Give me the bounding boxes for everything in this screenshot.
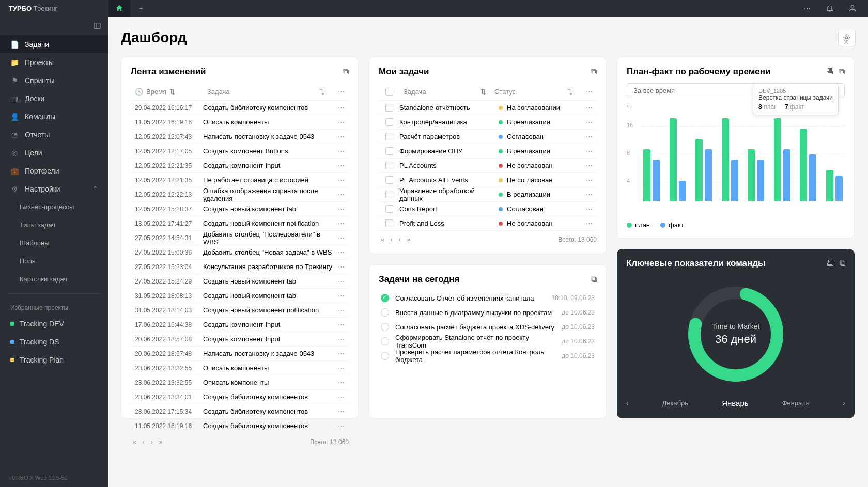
table-row[interactable]: 31.05.2022 18:14:03Создать новый компоне… (131, 303, 349, 318)
bar-group[interactable] (670, 118, 687, 202)
open-icon[interactable]: ⧉ (839, 67, 845, 76)
today-item[interactable]: Согласовать Отчёт об изменениях капитала… (379, 291, 597, 305)
row-menu-icon[interactable]: ⋯ (333, 422, 349, 430)
row-checkbox[interactable] (385, 104, 393, 112)
home-tab[interactable] (109, 0, 130, 17)
print-icon[interactable]: 🖶 (826, 259, 834, 268)
row-checkbox[interactable] (385, 147, 393, 155)
table-row[interactable]: 27.05.2022 15:24:29Создать новый компоне… (131, 274, 349, 289)
table-row[interactable]: 23.06.2022 13:32:55Описать компоненты⋯ (131, 375, 349, 390)
row-menu-icon[interactable]: ⋯ (581, 176, 597, 184)
sort-icon[interactable]: ⇅ (481, 88, 486, 96)
row-menu-icon[interactable]: ⋯ (333, 335, 349, 343)
table-row[interactable]: 27.05.2022 15:00:36Добавить столбец "Нов… (131, 245, 349, 260)
row-menu-icon[interactable]: ⋯ (333, 219, 349, 227)
row-menu-icon[interactable]: ⋯ (581, 191, 597, 198)
add-tab[interactable]: + (130, 0, 152, 17)
pager-prev[interactable]: ‹ (141, 437, 147, 447)
table-row[interactable]: 20.06.2022 18:57:48Написать постановку к… (131, 347, 349, 361)
bar-group[interactable] (826, 170, 843, 201)
table-row[interactable]: 12.05.2022 12:17:05Создать компонент But… (131, 144, 349, 159)
sidebar-subitem[interactable]: Бизнес-процессы (0, 198, 109, 216)
row-menu-icon[interactable]: ⋯ (333, 292, 349, 300)
pager-last[interactable]: » (405, 235, 413, 244)
sidebar-item-target[interactable]: ◎Цели (0, 144, 109, 162)
row-menu-icon[interactable]: ⋯ (581, 219, 597, 227)
row-menu-icon[interactable]: ⋯ (333, 133, 349, 140)
today-item[interactable]: Внести данные в диаграмму выручки по про… (379, 305, 597, 320)
task-radio[interactable] (381, 294, 389, 302)
today-item[interactable]: Согласовать расчёт бюджета проекта XDS-d… (379, 320, 597, 334)
bar-group[interactable] (643, 149, 660, 201)
table-row[interactable]: 31.05.2022 18:08:13Создать новый компоне… (131, 289, 349, 303)
row-menu-icon[interactable]: ⋯ (333, 176, 349, 184)
sort-icon[interactable]: ⇅ (567, 88, 573, 96)
row-menu-icon[interactable]: ⋯ (581, 162, 597, 169)
task-radio[interactable] (381, 323, 389, 331)
row-checkbox[interactable] (385, 162, 393, 169)
table-row[interactable]: Формирование ОПУВ реализации⋯ (379, 144, 597, 159)
bar-group[interactable] (695, 139, 712, 201)
pager-last[interactable]: » (157, 437, 165, 447)
row-menu-icon[interactable]: ⋯ (333, 321, 349, 328)
table-row[interactable]: 12.05.2022 12:22:13Ошибка отображения сп… (131, 187, 349, 202)
sidebar-subitem[interactable]: Поля (0, 252, 109, 270)
sidebar-item-tasks[interactable]: 📄Задачи (0, 35, 109, 53)
sidebar-item-user[interactable]: 👤Команды (0, 107, 109, 125)
open-icon[interactable]: ⧉ (591, 67, 597, 76)
row-checkbox[interactable] (385, 205, 393, 213)
sidebar-toggle-icon[interactable] (0, 17, 109, 35)
row-menu-icon[interactable]: ⋯ (333, 118, 349, 126)
col-menu-icon[interactable]: ⋯ (581, 88, 597, 96)
col-time-header[interactable]: Время (146, 88, 166, 96)
row-menu-icon[interactable]: ⋯ (333, 162, 349, 169)
sidebar-item-flag[interactable]: ⚑Спринты (0, 71, 109, 89)
more-icon[interactable]: ⋯ (798, 0, 816, 17)
table-row[interactable]: Profit and LossНе согласован⋯ (379, 216, 597, 231)
table-row[interactable]: 20.06.2022 18:57:08Создать компонент Inp… (131, 332, 349, 347)
sidebar-subitem[interactable]: Типы задач (0, 216, 109, 234)
row-menu-icon[interactable]: ⋯ (333, 393, 349, 401)
favorite-project[interactable]: Tracking Plan (0, 351, 109, 369)
table-row[interactable]: 12.05.2022 12:21:35Не работает страница … (131, 173, 349, 187)
row-checkbox[interactable] (385, 133, 393, 140)
row-menu-icon[interactable]: ⋯ (333, 147, 349, 155)
row-menu-icon[interactable]: ⋯ (333, 234, 349, 242)
row-menu-icon[interactable]: ⋯ (333, 407, 349, 415)
row-menu-icon[interactable]: ⋯ (333, 379, 349, 386)
pager-next[interactable]: › (397, 235, 403, 244)
row-menu-icon[interactable]: ⋯ (581, 147, 597, 155)
bar-group[interactable] (774, 118, 791, 202)
today-item[interactable]: Сформировать Stanalone отчёт по проекту … (379, 334, 597, 349)
col-task-header[interactable]: Задача (404, 88, 426, 96)
row-menu-icon[interactable]: ⋯ (333, 350, 349, 357)
sidebar-item-folder[interactable]: 📁Проекты (0, 53, 109, 71)
open-icon[interactable]: ⧉ (343, 67, 349, 76)
row-menu-icon[interactable]: ⋯ (333, 277, 349, 285)
bar-group[interactable] (748, 149, 765, 201)
month-prev-btn[interactable]: ‹ (626, 399, 628, 407)
sidebar-subitem[interactable]: Шаблоны (0, 234, 109, 252)
table-row[interactable]: PL AccountsНе согласован⋯ (379, 159, 597, 173)
table-row[interactable]: 27.05.2022 15:23:04Консультация разработ… (131, 260, 349, 274)
table-row[interactable]: Контролёр/аналитикаВ реализации⋯ (379, 115, 597, 130)
row-menu-icon[interactable]: ⋯ (333, 191, 349, 198)
table-row[interactable]: 13.05.2022 17:41:27Создать новый компоне… (131, 216, 349, 231)
table-row[interactable]: 12.05.2022 15:28:37Создать новый компоне… (131, 202, 349, 216)
row-menu-icon[interactable]: ⋯ (581, 133, 597, 140)
table-row[interactable]: 23.06.2022 13:34:01Создать библиотеку ко… (131, 390, 349, 404)
pager-first[interactable]: « (379, 235, 386, 244)
table-row[interactable]: PL Accounts All EventsНе согласован⋯ (379, 173, 597, 187)
row-menu-icon[interactable]: ⋯ (581, 104, 597, 112)
row-checkbox[interactable] (385, 191, 393, 198)
open-icon[interactable]: ⧉ (840, 259, 845, 268)
table-row[interactable]: 11.05.2022 16:19:16Создать библиотеку ко… (131, 419, 349, 433)
bar-group[interactable] (800, 129, 817, 201)
table-row[interactable]: 29.04.2022 16:16:17Создать библиотеку ко… (131, 101, 349, 115)
today-item[interactable]: Проверить расчет параметров отчёта Контр… (379, 349, 597, 363)
row-checkbox[interactable] (385, 176, 393, 184)
row-menu-icon[interactable]: ⋯ (333, 205, 349, 213)
print-icon[interactable]: 🖶 (826, 67, 834, 76)
table-row[interactable]: 12.05.2022 12:07:43Написать постановку к… (131, 130, 349, 144)
plan-fact-chart[interactable]: ч 16 8 4 (627, 103, 845, 217)
